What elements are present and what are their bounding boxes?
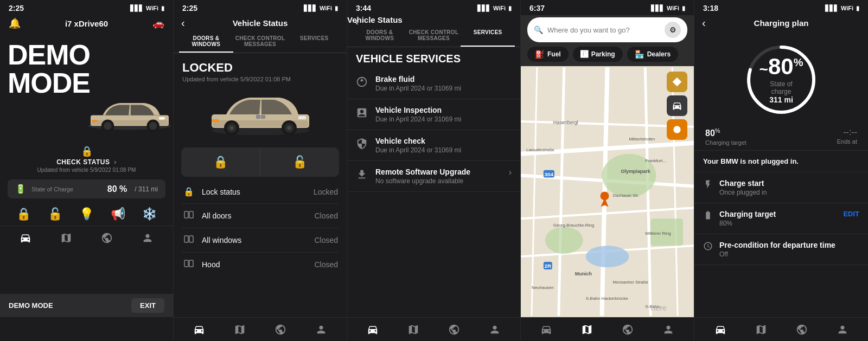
exit-button[interactable]: EXIT xyxy=(131,298,164,313)
windows-value: Closed xyxy=(314,236,338,245)
time-4: 6:37 xyxy=(529,4,545,12)
nav-person-1[interactable] xyxy=(127,230,168,246)
lock-status-icon: 🔒 xyxy=(182,186,195,197)
tab-doors-windows[interactable]: DOORS &WINDOWS xyxy=(179,31,233,53)
svg-text:Georg-Brauchle-Ring: Georg-Brauchle-Ring xyxy=(553,223,594,228)
service-software-upgrade[interactable]: Remote Software Upgrade No software upgr… xyxy=(347,161,520,192)
wifi-icon-3: WiFi xyxy=(493,5,506,11)
charge-stats-row: 80% Charging target --:-- Ends at xyxy=(694,123,868,151)
map-diamond-button[interactable] xyxy=(667,72,687,92)
parking-label: Parking xyxy=(591,50,615,58)
precondition-sub: Off xyxy=(719,250,859,258)
nav-person-3[interactable] xyxy=(474,321,515,338)
nav-globe-5[interactable] xyxy=(781,321,822,338)
svg-point-32 xyxy=(586,246,629,267)
nav-car-1[interactable] xyxy=(5,230,46,246)
edit-charging-target-button[interactable]: EDIT xyxy=(843,210,859,218)
charging-target-sub: 80% xyxy=(719,220,838,227)
screen-title-2: Vehicle Status xyxy=(233,18,288,28)
check-status-area[interactable]: 🔒 CHECK STATUS › Updated from vehicle 5/… xyxy=(0,141,173,175)
lock-action-unlock[interactable]: 🔓 xyxy=(260,147,339,177)
hood-icon xyxy=(182,259,195,270)
lock-button[interactable]: 🔒 xyxy=(16,207,31,221)
brake-fluid-name: Brake fluid xyxy=(375,75,512,83)
battery-icon-2: ▮ xyxy=(335,5,338,12)
inspection-name: Vehicle Inspection xyxy=(375,106,512,114)
car-image-1 xyxy=(81,95,173,136)
lock-action-lock[interactable]: 🔒 xyxy=(181,147,260,177)
lights-button[interactable]: 💡 xyxy=(79,207,94,221)
tilde-symbol: ~ xyxy=(760,61,768,78)
nav-person-2[interactable] xyxy=(301,321,341,338)
signal-icon-1: ▋▋▋ xyxy=(130,5,143,12)
quick-actions: 🔒 🔓 💡 📢 ❄️ xyxy=(0,203,173,226)
nav-person-5[interactable] xyxy=(822,321,863,338)
tab-check-control[interactable]: CHECK CONTROLMESSAGES xyxy=(233,31,288,53)
nav-map-3[interactable] xyxy=(393,321,434,338)
nav-map-2[interactable] xyxy=(220,321,260,338)
nav-globe-4[interactable] xyxy=(608,321,648,338)
precondition-row: Pre-condition for departure time Off xyxy=(694,234,868,265)
status-icons-5: ▋▋▋ WiFi ▮ xyxy=(825,5,859,12)
charge-target-icon xyxy=(703,210,714,222)
svg-rect-26 xyxy=(184,260,188,267)
nav-map-4[interactable] xyxy=(567,321,608,338)
dealers-filter[interactable]: 🏪 Dealers xyxy=(627,47,678,62)
chevron-right-icon: › xyxy=(114,158,117,166)
service-software-content: Remote Software Upgrade No software upgr… xyxy=(375,168,502,185)
svg-text:here: here xyxy=(650,304,667,312)
bell-icon[interactable]: 🔔 xyxy=(9,17,21,29)
percent-symbol: % xyxy=(794,56,803,68)
software-upgrade-name: Remote Software Upgrade xyxy=(375,168,502,176)
ends-at-val: --:-- xyxy=(837,127,857,137)
climate-button[interactable]: ❄️ xyxy=(142,207,157,221)
map-overlay-buttons xyxy=(667,72,687,140)
unlock-button[interactable]: 🔓 xyxy=(48,207,62,221)
back-button-2[interactable]: ‹ xyxy=(181,17,185,29)
tab-services-2[interactable]: SERVICES xyxy=(287,31,341,53)
map-orange-button[interactable] xyxy=(667,119,687,140)
nav-globe-3[interactable] xyxy=(434,321,475,338)
svg-text:Frankfurt...: Frankfurt... xyxy=(645,158,666,163)
status-bar-5: 3:18 ▋▋▋ WiFi ▮ xyxy=(694,0,868,15)
parking-filter[interactable]: 🅿 Parking xyxy=(573,47,623,62)
nav-map-5[interactable] xyxy=(741,321,781,338)
car-icon[interactable]: 🚗 xyxy=(152,17,164,29)
search-input[interactable] xyxy=(547,26,660,34)
svg-rect-22 xyxy=(184,211,188,218)
nav-globe-2[interactable] xyxy=(260,321,301,338)
charge-target-val: 80% xyxy=(705,127,746,138)
map-car-button[interactable] xyxy=(667,95,687,116)
tab-services-3[interactable]: SERVICES xyxy=(461,25,515,47)
wifi-icon-5: WiFi xyxy=(841,5,853,11)
nav-globe-1[interactable] xyxy=(87,230,127,246)
demo-line1: DEMO xyxy=(8,41,90,69)
time-5: 3:18 xyxy=(703,4,718,12)
nav-car-2[interactable] xyxy=(179,321,220,338)
nav-car-4[interactable] xyxy=(526,321,567,338)
tab-check-control-3[interactable]: CHECK CONTROLMESSAGES xyxy=(407,25,461,47)
svg-rect-18 xyxy=(298,116,306,119)
inspection-due: Due in April 2024 or 31069 mi xyxy=(375,115,512,123)
software-upgrade-icon xyxy=(356,169,369,183)
nav-car-5[interactable] xyxy=(700,321,741,338)
nav-header-2: ‹ Vehicle Status xyxy=(174,15,347,31)
battery-icon-1: ▮ xyxy=(161,5,164,12)
back-button-5[interactable]: ‹ xyxy=(702,17,706,29)
fuel-filter[interactable]: ⛽ Fuel xyxy=(527,47,569,62)
nav-car-3[interactable] xyxy=(353,321,393,338)
horn-button[interactable]: 📢 xyxy=(111,207,125,221)
status-row-doors: All doors Closed xyxy=(182,204,338,228)
map-area[interactable]: Olympiapark Lassallestraße Dachauer Str.… xyxy=(521,66,694,317)
locked-title: LOCKED xyxy=(182,61,338,75)
nav-map-1[interactable] xyxy=(46,230,87,246)
soc-range-charge: 311 mi xyxy=(760,95,803,104)
map-search-bar[interactable]: 🔍 ⚙ xyxy=(527,17,687,42)
tab-doors-windows-3[interactable]: DOORS &WINDOWS xyxy=(353,25,407,47)
nav-person-4[interactable] xyxy=(648,321,688,338)
back-button-3[interactable]: ‹ xyxy=(355,15,359,28)
lock-status-label: Lock status xyxy=(202,188,307,196)
map-settings-button[interactable]: ⚙ xyxy=(665,22,681,38)
svg-text:304: 304 xyxy=(545,171,554,177)
check-status-label[interactable]: CHECK STATUS › xyxy=(0,158,173,166)
